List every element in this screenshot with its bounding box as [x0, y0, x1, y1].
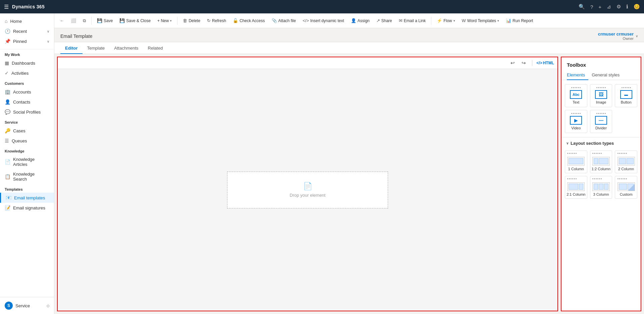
- redo-button[interactable]: ↪: [520, 59, 528, 67]
- attach-file-button[interactable]: 📎 Attach file: [269, 17, 299, 24]
- layout-12col-label: 1:2 Column: [592, 167, 610, 171]
- share-button[interactable]: ↗ Share: [374, 17, 395, 24]
- editor-main[interactable]: 📄 Drop your element: [58, 69, 557, 311]
- sidebar-item-pinned[interactable]: 📌 Pinned ∨: [0, 36, 54, 46]
- attach-label: Attach file: [278, 18, 296, 23]
- run-report-button[interactable]: 📊 Run Report: [503, 17, 536, 24]
- user-icon[interactable]: 😊: [634, 4, 640, 10]
- email-signatures-icon: 📝: [5, 205, 10, 210]
- element-video[interactable]: ▶ Video: [565, 110, 587, 133]
- save-label: Save: [104, 18, 113, 23]
- word-templates-caret-icon: ▾: [497, 19, 499, 22]
- assign-icon: 👤: [351, 18, 356, 23]
- col-x: [594, 184, 598, 190]
- help-icon[interactable]: ?: [590, 4, 593, 10]
- top-nav-left: ☰ Dynamics 365: [4, 4, 45, 10]
- back-button[interactable]: ←: [57, 17, 67, 24]
- sidebar-item-cases[interactable]: 🔑 Cases: [0, 126, 54, 136]
- hamburger-menu[interactable]: ☰: [4, 4, 9, 10]
- layout-2col[interactable]: 2 Column: [615, 150, 637, 173]
- col-sa: [579, 184, 583, 190]
- element-image[interactable]: 🖼 Image: [590, 84, 612, 107]
- drop-zone[interactable]: 📄 Drop your element: [227, 172, 388, 208]
- layout-1col-dots: [567, 153, 585, 155]
- button-element-icon: ▬: [620, 90, 632, 99]
- flow-label: Flow: [443, 18, 452, 23]
- sidebar-contacts-label: Contacts: [13, 100, 30, 105]
- save-button[interactable]: 💾 Save: [94, 17, 115, 24]
- flow-icon: ⚡: [437, 18, 442, 23]
- assign-button[interactable]: 👤 Assign: [348, 17, 372, 24]
- owner-caret-icon[interactable]: ∨: [636, 34, 638, 38]
- sidebar-item-knowledge-search[interactable]: 📋 Knowledge Search: [0, 169, 54, 184]
- refresh-button[interactable]: ↻ Refresh: [204, 17, 229, 24]
- tab-attachments[interactable]: Attachments: [109, 42, 143, 54]
- sidebar-item-home[interactable]: ⌂ Home: [0, 16, 54, 26]
- layout-custom[interactable]: Custom: [615, 176, 637, 199]
- save-close-icon: 💾: [119, 18, 125, 23]
- layout-21col[interactable]: 2:1 Column: [565, 176, 587, 199]
- pinned-icon: 📌: [5, 39, 10, 44]
- tab-editor[interactable]: Editor: [60, 42, 83, 54]
- check-access-button[interactable]: 🔓 Check Access: [230, 17, 267, 24]
- sidebar-item-social-profiles[interactable]: 💬 Social Profiles: [0, 107, 54, 117]
- delete-button[interactable]: 🗑 Delete: [180, 17, 203, 24]
- element-button[interactable]: ▬ Button: [615, 84, 637, 107]
- sidebar-item-email-templates[interactable]: 📧 Email templates: [0, 193, 54, 203]
- sidebar: ⌂ Home 🕐 Recent ∨ 📌 Pinned ∨ My Work ▦ D…: [0, 13, 54, 314]
- toolbox-tab-general-styles[interactable]: General styles: [592, 70, 623, 80]
- main-layout: ⌂ Home 🕐 Recent ∨ 📌 Pinned ∨ My Work ▦ D…: [0, 13, 644, 314]
- info-icon[interactable]: ℹ: [626, 4, 628, 10]
- html-label: HTML: [543, 61, 554, 65]
- sidebar-bottom: S Service ◇: [0, 297, 54, 314]
- sidebar-nav-top: ⌂ Home 🕐 Recent ∨ 📌 Pinned ∨: [0, 13, 54, 49]
- layout-3col[interactable]: 3 Column: [590, 176, 612, 199]
- html-button[interactable]: </> HTML: [536, 61, 554, 65]
- owner-name[interactable]: crmuser crmuser: [598, 32, 634, 37]
- duplicate-button[interactable]: ⧉: [80, 17, 89, 25]
- sidebar-item-recent[interactable]: 🕐 Recent ∨: [0, 26, 54, 36]
- sidebar-item-activities[interactable]: ✓ Activities: [0, 68, 54, 78]
- col-a: [619, 158, 626, 164]
- sidebar-bottom-service[interactable]: S Service ◇: [0, 299, 54, 312]
- element-video-label: Video: [571, 126, 581, 130]
- run-report-icon: 📊: [506, 18, 511, 23]
- tab-template[interactable]: Template: [83, 42, 110, 54]
- new-button[interactable]: + New ▾: [155, 17, 174, 24]
- owner-info: crmuser crmuser Owner ∨: [598, 32, 638, 41]
- layout-2col-preview: [618, 157, 635, 166]
- sidebar-item-dashboards[interactable]: ▦ Dashboards: [0, 58, 54, 68]
- tab-related[interactable]: Related: [143, 42, 168, 54]
- undo-button[interactable]: ↩: [508, 59, 517, 67]
- sidebar-item-queues[interactable]: ☰ Queues: [0, 136, 54, 146]
- sidebar-accounts-label: Accounts: [13, 89, 31, 95]
- layout-21col-label: 2:1 Column: [567, 192, 585, 196]
- email-link-button[interactable]: ✉ Email a Link: [396, 17, 428, 24]
- social-icon: 💬: [5, 109, 10, 115]
- sidebar-item-accounts[interactable]: 🏢 Accounts: [0, 87, 54, 97]
- search-icon[interactable]: 🔍: [579, 4, 585, 10]
- layout-12col[interactable]: 1:2 Column: [590, 150, 612, 173]
- sidebar-item-knowledge-articles[interactable]: 📄 Knowledge Articles: [0, 154, 54, 169]
- section-knowledge: Knowledge: [0, 146, 54, 154]
- refresh-icon: ↻: [207, 18, 211, 23]
- save-close-button[interactable]: 💾 Save & Close: [117, 17, 153, 24]
- toolbox-tab-elements[interactable]: Elements: [567, 70, 588, 80]
- element-text[interactable]: Abc Text: [565, 84, 587, 107]
- divider-3: [431, 17, 431, 25]
- service-label: Service: [15, 303, 30, 308]
- layout-3col-dots: [592, 178, 610, 181]
- element-divider[interactable]: — Divider: [590, 110, 612, 133]
- add-icon[interactable]: +: [598, 4, 601, 10]
- word-templates-button[interactable]: W Word Templates ▾: [459, 17, 502, 24]
- layout-12col-dots: [592, 153, 610, 155]
- settings-icon[interactable]: ⚙: [616, 4, 621, 10]
- sidebar-item-contacts[interactable]: 👤 Contacts: [0, 97, 54, 107]
- sidebar-cases-label: Cases: [13, 128, 25, 133]
- filter-icon[interactable]: ⊿: [607, 4, 611, 10]
- insert-dynamic-button[interactable]: </> Insert dynamic text: [300, 17, 347, 24]
- layout-1col[interactable]: 1 Column: [565, 150, 587, 173]
- sidebar-item-email-signatures[interactable]: 📝 Email signatures: [0, 203, 54, 213]
- flow-button[interactable]: ⚡ Flow ▾: [434, 17, 458, 24]
- page-button[interactable]: ⬜: [68, 17, 79, 24]
